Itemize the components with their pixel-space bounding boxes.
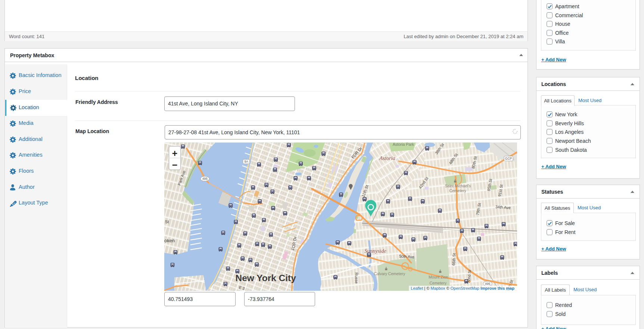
svg-text:66th St: 66th St <box>451 253 456 266</box>
svg-text:Cemetery: Cemetery <box>430 281 447 285</box>
svg-text:Leaflet | © Mapbox © OpenStree: Leaflet | © Mapbox © OpenStreetMap Impro… <box>411 286 514 290</box>
svg-text:Astoria: Astoria <box>379 155 395 161</box>
svg-text:New York City: New York City <box>236 273 296 283</box>
svg-text:−: − <box>172 160 178 170</box>
svg-text:Calvary Cemetery: Calvary Cemetery <box>374 272 405 276</box>
svg-text:50th Ave: 50th Ave <box>399 254 414 259</box>
svg-text:495: 495 <box>202 177 208 181</box>
svg-text:Saint Michael's: Saint Michael's <box>445 184 471 188</box>
svg-text:495: 495 <box>485 282 490 286</box>
svg-text:Mount Zion: Mount Zion <box>429 275 448 279</box>
svg-text:St: St <box>165 219 169 224</box>
svg-text:oken: oken <box>164 238 175 243</box>
svg-text:Astoria Park: Astoria Park <box>393 142 414 147</box>
svg-text:+: + <box>172 148 178 159</box>
svg-text:Sunnyside: Sunnyside <box>364 248 386 254</box>
svg-text:Russe: Russe <box>354 273 358 284</box>
svg-text:9A: 9A <box>245 160 249 163</box>
svg-text:GCP: GCP <box>505 157 512 160</box>
svg-text:Cemetery: Cemetery <box>449 189 466 193</box>
